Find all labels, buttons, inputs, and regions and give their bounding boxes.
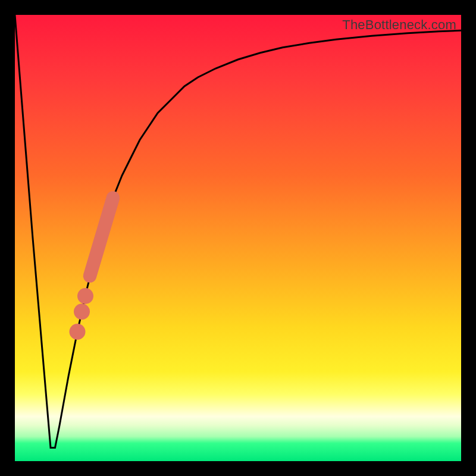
outlier-marker <box>77 288 93 304</box>
plot-area: TheBottleneck.com <box>15 15 461 461</box>
curve-layer <box>15 15 461 461</box>
bottleneck-curve <box>15 15 461 448</box>
highlight-segment <box>90 198 113 276</box>
outlier-marker <box>70 324 86 340</box>
chart-frame: TheBottleneck.com <box>0 0 476 476</box>
marker-group <box>70 198 114 340</box>
outlier-marker <box>74 303 90 320</box>
